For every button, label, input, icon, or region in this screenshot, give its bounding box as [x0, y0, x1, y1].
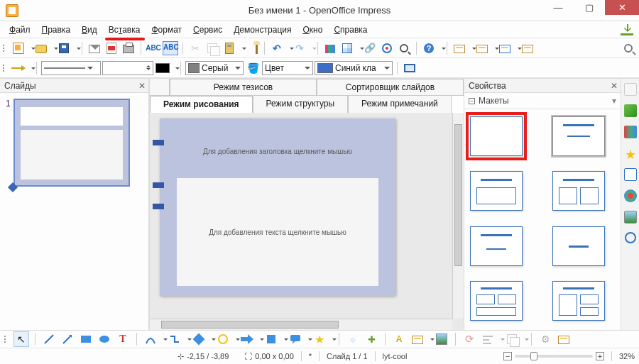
zoom-button[interactable] — [396, 40, 412, 56]
export-pdf-button[interactable] — [104, 40, 119, 56]
fill-type-combo[interactable]: Серый — [185, 61, 244, 75]
rect-tool-button[interactable] — [78, 331, 94, 347]
line-tool-button[interactable] — [41, 331, 57, 347]
layouts-section-header[interactable]: − Макеты ▾ — [464, 93, 621, 109]
from-file-button[interactable] — [410, 331, 431, 347]
minimize-button[interactable]: — — [542, 0, 574, 15]
connector-tool-button[interactable] — [167, 331, 188, 347]
zoom-out-button[interactable]: − — [503, 352, 512, 360]
slide-thumbnail[interactable] — [13, 99, 130, 187]
format-paintbrush-button[interactable] — [244, 40, 260, 56]
auto-spellcheck-button[interactable]: ABC — [163, 40, 178, 56]
tab-structure[interactable]: Режим структуры — [253, 96, 349, 113]
color-value-combo[interactable]: Синий кла — [315, 61, 393, 75]
slide-canvas[interactable]: Для добавления заголовка щелкните мышью … — [160, 118, 395, 296]
line-width-input[interactable]: 0,00см — [105, 63, 144, 73]
properties-panel-close-icon[interactable]: ✕ — [611, 81, 618, 91]
sidebar-tab-star-icon[interactable]: ★ — [624, 147, 637, 160]
vertical-scrollbar[interactable] — [452, 113, 464, 319]
points-edit-button[interactable]: ⟐ — [345, 331, 361, 347]
layout-two-content[interactable] — [552, 171, 605, 211]
zoom-slider[interactable] — [515, 355, 593, 358]
select-tool-button[interactable]: ↖ — [13, 331, 29, 347]
menu-help[interactable]: Справка — [329, 23, 372, 36]
cut-button[interactable]: ✂ — [187, 40, 203, 56]
line-style-combo[interactable] — [41, 61, 101, 75]
toolbar-grip-2[interactable] — [3, 65, 7, 72]
save-button[interactable] — [56, 40, 77, 56]
mail-button[interactable] — [87, 40, 102, 56]
layout-title-content[interactable] — [552, 116, 605, 156]
tab-notes[interactable]: Режим примечаний — [348, 96, 452, 113]
menu-file[interactable]: Файл — [4, 23, 36, 36]
collapse-toggle-icon[interactable]: − — [469, 98, 475, 104]
block-arrows-button[interactable] — [239, 331, 261, 347]
slide-handle[interactable] — [153, 204, 164, 209]
zoom-in-button[interactable]: + — [596, 352, 604, 360]
print-button[interactable] — [121, 40, 136, 56]
rotate-button[interactable]: ⟳ — [462, 331, 477, 347]
color-scheme-combo[interactable]: Цвет — [262, 61, 313, 75]
sidebar-tab-navigator-icon[interactable] — [625, 232, 636, 243]
line-color-button[interactable] — [155, 60, 176, 76]
undo-button[interactable]: ↶ — [269, 40, 290, 56]
tab-drawing[interactable]: Режим рисования — [150, 96, 253, 114]
ellipse-tool-button[interactable] — [97, 331, 112, 347]
symbol-shapes-button[interactable] — [215, 331, 236, 347]
spellcheck-button[interactable]: ABC — [146, 40, 161, 56]
new-doc-button[interactable] — [11, 40, 32, 56]
menu-format[interactable]: Формат — [146, 23, 187, 36]
slide-layout-button[interactable] — [474, 40, 496, 56]
toolbar-grip[interactable] — [3, 45, 7, 52]
layout-title-4[interactable] — [470, 281, 523, 321]
callouts-button[interactable] — [288, 331, 309, 347]
find-toolbar-button[interactable] — [621, 40, 636, 56]
sidebar-tab-properties-icon[interactable] — [624, 83, 637, 96]
bucket-button[interactable]: 🪣 — [245, 60, 261, 76]
title-placeholder[interactable]: Для добавления заголовка щелкните мышью — [177, 131, 378, 171]
menu-insert[interactable]: Вставка — [104, 23, 146, 36]
layout-title-3[interactable] — [552, 281, 605, 321]
sidebar-tab-chart-icon[interactable] — [624, 126, 637, 138]
sidebar-tab-transition-icon[interactable] — [624, 168, 637, 181]
slide-properties-button[interactable] — [520, 40, 535, 56]
section-menu-icon[interactable]: ▾ — [612, 96, 616, 106]
insert-chart-button[interactable] — [322, 40, 338, 56]
sidebar-tab-gallery-icon[interactable] — [624, 211, 637, 224]
menu-show[interactable]: Демонстрация — [229, 23, 296, 36]
maximize-button[interactable]: ▢ — [574, 0, 605, 15]
insert-table-button[interactable] — [339, 40, 361, 56]
layout-blank[interactable] — [470, 116, 523, 156]
shadow-toggle-button[interactable] — [402, 60, 417, 76]
arrow-style-button[interactable] — [11, 60, 32, 76]
extrusion-button[interactable]: ⚙ — [537, 331, 553, 347]
help-button[interactable]: ? — [421, 40, 442, 56]
glue-points-button[interactable]: ✚ — [364, 331, 379, 347]
download-icon[interactable] — [621, 24, 633, 35]
slides-panel-body[interactable]: 1 — [0, 93, 148, 330]
tab-sorter[interactable]: Сортировщик слайдов — [317, 79, 464, 95]
open-button[interactable] — [33, 40, 55, 56]
arrow-tool-button[interactable] — [60, 331, 75, 347]
layout-centered[interactable] — [470, 226, 523, 266]
slides-panel-close-icon[interactable]: ✕ — [138, 81, 146, 91]
fontwork-button[interactable]: A — [391, 331, 407, 347]
align-button[interactable] — [480, 331, 501, 347]
toolbar-grip-3[interactable] — [4, 336, 9, 343]
insert-hyperlink-button[interactable]: 🔗 — [362, 40, 378, 56]
curve-tool-button[interactable] — [143, 331, 164, 347]
flowchart-button[interactable] — [263, 331, 285, 347]
slide-handle[interactable] — [153, 140, 164, 145]
copy-button[interactable] — [204, 40, 220, 56]
menu-edit[interactable]: Правка — [37, 23, 76, 36]
menu-window[interactable]: Окно — [297, 23, 327, 36]
stars-button[interactable]: ★ — [312, 331, 333, 347]
redo-button[interactable]: ↷ — [292, 40, 313, 56]
arrange-button[interactable] — [504, 331, 525, 347]
menu-tools[interactable]: Сервис — [188, 23, 227, 36]
layout-title-only[interactable] — [470, 171, 523, 211]
sidebar-tab-animation-icon[interactable] — [624, 189, 637, 202]
gallery-button[interactable] — [434, 331, 449, 347]
horizontal-scrollbar[interactable] — [150, 319, 452, 330]
close-button[interactable]: ✕ — [605, 0, 639, 15]
